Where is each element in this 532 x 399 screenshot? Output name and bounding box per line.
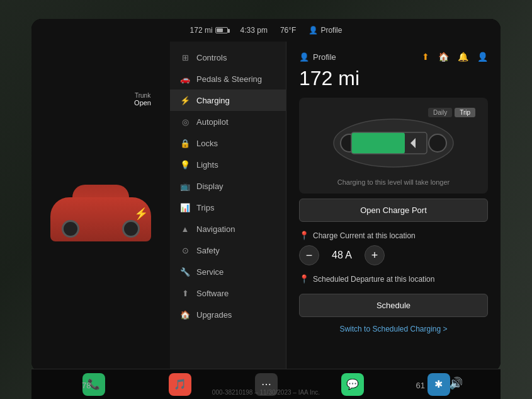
battery-diagram-inner: Daily Trip xyxy=(307,105,480,175)
switch-charging-link[interactable]: Switch to Scheduled Charging > xyxy=(299,325,488,333)
sidebar-item-trips[interactable]: 📊 Trips xyxy=(170,197,286,218)
open-charge-port-button[interactable]: Open Charge Port xyxy=(299,199,488,222)
autopilot-label: Autopilot xyxy=(196,117,229,127)
sidebar-item-safety[interactable]: ⊙ Safety xyxy=(170,240,286,261)
trip-tab[interactable]: Trip xyxy=(455,108,475,117)
charging-note: Charging to this level will take longer xyxy=(307,178,480,186)
range-value: 172 mi xyxy=(190,26,213,35)
service-label: Service xyxy=(196,267,224,277)
person-icon[interactable]: 👤 xyxy=(477,52,488,62)
amp-control: − 48 A + xyxy=(299,245,488,265)
trunk-label: Trunk Open xyxy=(134,92,151,107)
charging-panel: 👤 Profile ⬆ 🏠 🔔 👤 172 mi xyxy=(286,42,501,372)
upgrades-icon: 🏠 xyxy=(180,309,190,320)
trips-label: Trips xyxy=(196,203,214,212)
trunk-open-text: Open xyxy=(134,99,151,107)
navigation-label: Navigation xyxy=(196,224,235,234)
trunk-text: Trunk xyxy=(134,92,151,99)
sidebar-item-autopilot[interactable]: ◎ Autopilot xyxy=(170,111,286,132)
range-value-display: 172 mi xyxy=(299,67,488,90)
navigation-icon: ▲ xyxy=(180,224,190,234)
scheduled-departure-label: Scheduled Departure at this location xyxy=(313,275,434,284)
pedals-label: Pedals & Steering xyxy=(196,74,262,84)
pedals-icon: 🚗 xyxy=(180,74,190,84)
lights-label: Lights xyxy=(196,160,218,170)
time-value: 4:33 pm xyxy=(241,26,268,35)
increase-amp-button[interactable]: + xyxy=(365,245,385,265)
sidebar-item-charging[interactable]: ⚡ Charging xyxy=(170,90,286,111)
dock-right-number: 61 xyxy=(416,381,425,390)
sidebar-item-pedals[interactable]: 🚗 Pedals & Steering xyxy=(170,68,286,90)
svg-rect-3 xyxy=(351,132,405,154)
charge-current-section-header: 📍 Charge Current at this location xyxy=(299,231,488,240)
sidebar: ⊞ Controls 🚗 Pedals & Steering ⚡ Chargin… xyxy=(170,42,286,372)
sidebar-item-navigation[interactable]: ▲ Navigation xyxy=(170,218,286,240)
upgrades-label: Upgrades xyxy=(196,310,232,320)
charge-current-label: Charge Current at this location xyxy=(313,231,416,240)
trips-icon: 📊 xyxy=(180,202,190,212)
sidebar-item-upgrades[interactable]: 🏠 Upgrades xyxy=(170,304,286,325)
dock-volume-icon[interactable]: 🔊 xyxy=(449,376,463,390)
home-icon[interactable]: 🏠 xyxy=(438,52,449,62)
controls-label: Controls xyxy=(196,53,227,62)
service-icon: 🔧 xyxy=(180,267,190,277)
decrease-amp-button[interactable]: − xyxy=(299,245,319,265)
profile-label: Profile xyxy=(320,26,342,35)
sidebar-item-display[interactable]: 📺 Display xyxy=(170,175,286,197)
range-display: 172 mi xyxy=(190,26,228,35)
amp-value-display: 48 A xyxy=(329,250,354,261)
locks-label: Locks xyxy=(196,139,218,148)
charge-tabs: Daily Trip xyxy=(428,108,475,117)
profile-header[interactable]: 👤 Profile xyxy=(308,26,342,35)
sidebar-item-service[interactable]: 🔧 Service xyxy=(170,261,286,282)
sidebar-item-lights[interactable]: 💡 Lights xyxy=(170,154,286,175)
software-icon: ⬆ xyxy=(180,288,190,298)
watermark: 000-38210198 – 11/30/2023 – IAA Inc. xyxy=(212,389,320,396)
controls-icon: ⊞ xyxy=(180,52,190,62)
dock-media-button[interactable]: 🎵 xyxy=(169,373,191,396)
car-wheel-left xyxy=(62,220,79,238)
sidebar-item-controls[interactable]: ⊞ Controls xyxy=(170,47,286,68)
time-display: 4:33 pm xyxy=(241,26,268,35)
scheduled-departure-header: 📍 Scheduled Departure at this location xyxy=(299,274,488,284)
upload-icon[interactable]: ⬆ xyxy=(422,52,429,62)
sidebar-item-software[interactable]: ⬆ Software xyxy=(170,282,286,304)
profile-text: Profile xyxy=(313,52,336,62)
bell-icon[interactable]: 🔔 xyxy=(458,52,468,62)
display-icon: 📺 xyxy=(180,181,190,191)
temp-display: 76°F xyxy=(280,26,296,35)
car-panel: Trunk Open ⚡ xyxy=(31,42,170,372)
battery-car-svg xyxy=(327,108,460,171)
dock-bluetooth-button[interactable]: ✱ xyxy=(427,373,450,396)
main-content: Trunk Open ⚡ ⊞ Controls 🚗 Pedals & St xyxy=(31,42,501,372)
safety-label: Safety xyxy=(196,246,220,255)
sidebar-item-locks[interactable]: 🔒 Locks xyxy=(170,132,286,154)
lights-icon: 💡 xyxy=(180,159,190,170)
car-svg-area: ⚡ xyxy=(44,159,157,254)
locks-icon: 🔒 xyxy=(180,138,190,148)
daily-tab[interactable]: Daily xyxy=(428,108,452,117)
profile-icon: 👤 xyxy=(299,52,309,62)
software-label: Software xyxy=(196,289,229,298)
car-wheel-right xyxy=(122,220,140,238)
svg-point-2 xyxy=(429,134,446,152)
status-bar: 172 mi 4:33 pm 76°F 👤 Profile xyxy=(31,19,501,42)
schedule-button[interactable]: Schedule xyxy=(299,294,488,317)
charging-label: Charging xyxy=(196,96,230,105)
profile-section: 👤 Profile xyxy=(299,52,336,62)
dock-messages-button[interactable]: 💬 xyxy=(341,373,364,396)
charging-icon: ⚡ xyxy=(180,95,190,105)
panel-header: 👤 Profile ⬆ 🏠 🔔 👤 xyxy=(299,52,488,62)
pin-icon: 📍 xyxy=(299,231,309,240)
battery-icon xyxy=(215,27,228,33)
battery-diagram: Daily Trip Charging to this level will t… xyxy=(299,98,488,194)
display-label: Display xyxy=(196,182,224,191)
schedule-section: 📍 Scheduled Departure at this location S… xyxy=(299,274,488,333)
safety-icon: ⊙ xyxy=(180,245,190,255)
autopilot-icon: ◎ xyxy=(180,117,190,127)
temp-value: 76°F xyxy=(280,26,296,35)
header-icons: ⬆ 🏠 🔔 👤 xyxy=(422,52,488,62)
pin-icon-2: 📍 xyxy=(299,274,309,284)
charge-bolt-icon: ⚡ xyxy=(134,207,148,221)
dock-left-number: 78 xyxy=(82,381,91,390)
